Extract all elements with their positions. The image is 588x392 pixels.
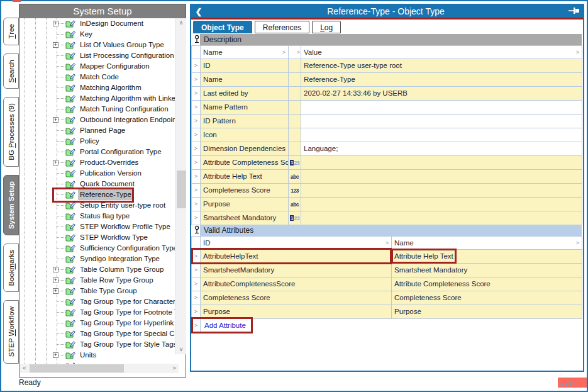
attribute-value-cell[interactable]: [301, 170, 582, 184]
valid-attribute-row[interactable]: > Purpose Purpose: [191, 305, 582, 319]
tree-item-label[interactable]: Tag Group Type for Special Charac: [78, 328, 175, 339]
scroll-up-icon[interactable]: ∧: [176, 18, 186, 28]
tree-item-label[interactable]: Publication Version: [78, 168, 143, 179]
description-row[interactable]: > Dimension Dependencies Language;: [191, 142, 582, 156]
tree-vertical-scrollbar[interactable]: ∧ ∨: [175, 18, 186, 354]
attribute-value-cell[interactable]: [301, 211, 582, 225]
expand-plus-icon[interactable]: [53, 352, 58, 358]
scrollbar-thumb[interactable]: [30, 364, 124, 372]
attribute-value-cell[interactable]: Reference-Type: [301, 73, 582, 87]
tree-item-label[interactable]: Tag Group Type for Style Tags: [78, 339, 175, 350]
description-row[interactable]: > Name Pattern: [191, 101, 582, 115]
row-chevron-icon[interactable]: >: [191, 291, 201, 305]
row-chevron-icon[interactable]: >: [191, 305, 201, 319]
pin-icon[interactable]: [565, 6, 583, 17]
row-chevron-icon[interactable]: >: [191, 198, 201, 211]
tree-item-label[interactable]: Product-Overrides: [78, 157, 140, 168]
tree-item[interactable]: Match Code: [19, 72, 175, 82]
tree-item[interactable]: Matching Algorithm: [19, 82, 175, 93]
tree-item[interactable]: Table Type Group: [19, 286, 175, 296]
tree-view[interactable]: InDesign Document: [19, 18, 175, 364]
tree-item[interactable]: Table Row Type Group: [19, 275, 175, 286]
tree-item[interactable]: Units: [19, 350, 175, 361]
tree-item-label[interactable]: List Of Values Group Type: [78, 40, 166, 50]
status-signal-badge[interactable]: [558, 378, 587, 388]
description-row[interactable]: > ID Pattern: [191, 115, 582, 128]
row-chevron-icon[interactable]: >: [191, 184, 201, 198]
row-chevron-icon[interactable]: >: [191, 87, 201, 101]
tree-item[interactable]: Status flag type: [19, 211, 175, 221]
tree-item[interactable]: Publication Version: [19, 168, 175, 179]
valid-attribute-row[interactable]: > Completeness Score Completeness Score: [191, 291, 582, 305]
expand-plus-icon[interactable]: [53, 267, 58, 272]
description-row[interactable]: > Icon: [191, 128, 582, 142]
tree-item-label[interactable]: Table Row Type Group: [78, 275, 155, 286]
tree-horizontal-scrollbar[interactable]: < >: [20, 364, 179, 373]
tree-item-label[interactable]: Planned Page: [78, 125, 127, 136]
editor-tab[interactable]: Log: [312, 21, 341, 33]
attribute-value-cell[interactable]: Reference-Type user-type root: [301, 59, 582, 73]
tree-item[interactable]: Policy: [19, 136, 175, 147]
tree-item-label[interactable]: InDesign Document: [78, 18, 145, 29]
description-row[interactable]: > Completeness Score 123: [191, 184, 582, 198]
side-tab[interactable]: Bookmarks: [3, 244, 19, 293]
row-chevron-icon[interactable]: >: [191, 128, 201, 142]
tree-item-label[interactable]: Tag Group Type for Hyperlink Tags: [78, 318, 175, 328]
expand-plus-icon[interactable]: [53, 160, 58, 165]
scrollbar-thumb[interactable]: [177, 171, 186, 208]
description-row[interactable]: > Attribute Completeness Score 123: [191, 156, 582, 170]
column-header-type[interactable]: >: [289, 45, 301, 59]
tree-item[interactable]: Sufficiency Configuration Type: [19, 243, 175, 254]
back-icon[interactable]: ❮: [191, 7, 206, 16]
tree-item[interactable]: STEP Workflow Type: [19, 232, 175, 243]
tree-item-label[interactable]: Policy: [78, 136, 101, 147]
tree-item-label[interactable]: Match Tuning Configuration: [78, 104, 170, 115]
tree-item[interactable]: InDesign Document: [19, 18, 175, 29]
expand-plus-icon[interactable]: [53, 117, 58, 123]
row-chevron-icon[interactable]: >: [191, 156, 201, 170]
tree-item-label[interactable]: Reference-Type: [78, 189, 133, 200]
tree-item[interactable]: Match Tuning Configuration: [19, 104, 175, 115]
tree-item-label[interactable]: Setup Entity user-type root: [78, 200, 167, 211]
row-chevron-icon[interactable]: >: [191, 319, 201, 333]
tree-item[interactable]: Tag Group Type for Hyperlink Tags: [19, 318, 175, 328]
tree-item[interactable]: List Of Values Group Type: [19, 40, 175, 50]
tree-item-label[interactable]: List Processing Configuration: [78, 50, 175, 61]
tree-item[interactable]: Outbound Integration Endpoint Typ: [19, 115, 175, 125]
column-header-value[interactable]: >Value: [301, 45, 582, 59]
tree-item-label[interactable]: Tag Group Type for Footnote Tags: [78, 307, 175, 318]
attribute-value-cell[interactable]: [301, 115, 582, 128]
editor-tab[interactable]: References: [255, 21, 309, 33]
tree-item-label[interactable]: Table Type Group: [78, 286, 139, 296]
tree-item-label[interactable]: Key: [78, 29, 94, 40]
tree-item-label[interactable]: Sufficiency Configuration Type: [78, 243, 175, 254]
row-chevron-icon[interactable]: >: [191, 73, 201, 87]
description-row[interactable]: > Last edited by 2020-02-27 14:33:46 by …: [191, 87, 582, 101]
tree-item[interactable]: Tag Group Type for Special Charac: [19, 328, 175, 339]
row-chevron-icon[interactable]: >: [191, 264, 201, 277]
section-pin-icon[interactable]: [194, 35, 200, 44]
tree-item-label[interactable]: STEP Workflow Type: [78, 232, 150, 243]
section-pin-icon[interactable]: [194, 225, 200, 235]
valid-attribute-row[interactable]: > SmartsheetMandatory Smartsheet Mandato…: [191, 264, 582, 277]
side-tab[interactable]: Tree: [3, 18, 19, 45]
description-row[interactable]: > ID Reference-Type user-type root: [191, 59, 582, 73]
attribute-value-cell[interactable]: [301, 184, 582, 198]
tree-item[interactable]: Table Column Type Group: [19, 264, 175, 275]
tree-item-label[interactable]: Syndigo Integration Type: [78, 254, 162, 264]
column-header-name[interactable]: >Name: [201, 45, 289, 59]
scroll-right-icon[interactable]: >: [170, 364, 179, 373]
attribute-value-cell[interactable]: 2020-02-27 14:33:46 by USERB: [301, 87, 582, 101]
expand-plus-icon[interactable]: [53, 42, 58, 48]
column-header-name[interactable]: >Name: [392, 236, 582, 250]
tree-item[interactable]: Setup Entity user-type root: [19, 200, 175, 211]
attribute-value-cell[interactable]: [301, 156, 582, 170]
row-chevron-icon[interactable]: >: [191, 170, 201, 184]
scroll-left-icon[interactable]: <: [20, 364, 29, 373]
valid-attribute-row[interactable]: > AttributeHelpText Attribute Help Text: [191, 250, 582, 264]
row-chevron-icon[interactable]: >: [191, 250, 201, 264]
description-row[interactable]: > Smartsheet Mandatory 123: [191, 211, 582, 225]
editor-tab[interactable]: Object Type: [193, 21, 252, 33]
row-chevron-icon[interactable]: >: [191, 101, 201, 115]
side-tab[interactable]: System Setup: [3, 175, 19, 235]
